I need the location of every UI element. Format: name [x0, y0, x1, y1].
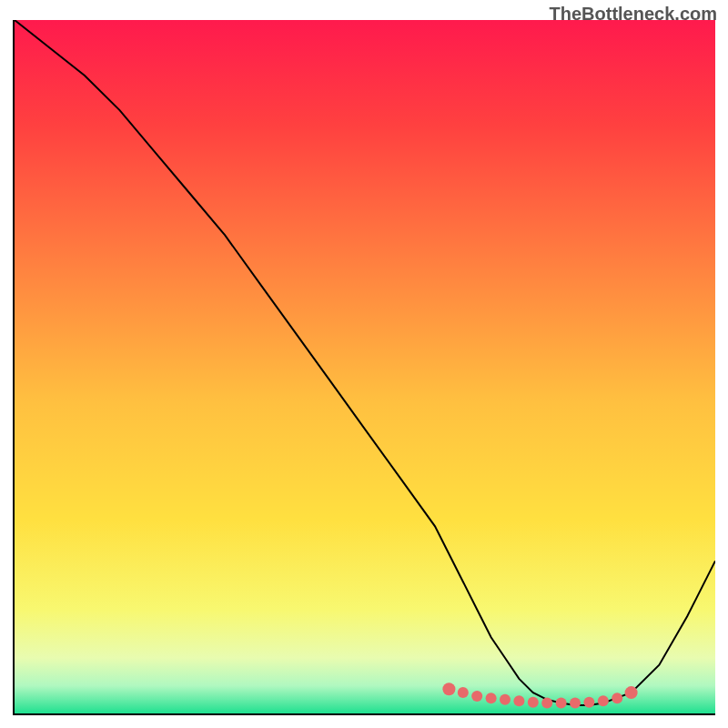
- highlight-dot: [583, 697, 594, 708]
- highlight-dot: [471, 691, 482, 702]
- highlight-dot: [541, 698, 552, 709]
- highlight-dot: [442, 682, 455, 695]
- highlight-dot: [556, 698, 567, 709]
- watermark-text: TheBottleneck.com: [550, 4, 717, 25]
- curve-layer: [15, 20, 715, 713]
- highlight-dot: [458, 687, 469, 698]
- highlight-dot: [570, 698, 581, 709]
- highlight-dot: [625, 686, 638, 699]
- highlight-dot: [612, 693, 622, 703]
- highlight-dot: [513, 695, 524, 706]
- highlight-dot: [500, 694, 511, 705]
- highlight-dot: [528, 697, 539, 708]
- main-curve: [15, 20, 715, 705]
- highlight-dot: [598, 695, 609, 706]
- plot-area: [13, 20, 715, 715]
- highlight-dot: [486, 693, 497, 703]
